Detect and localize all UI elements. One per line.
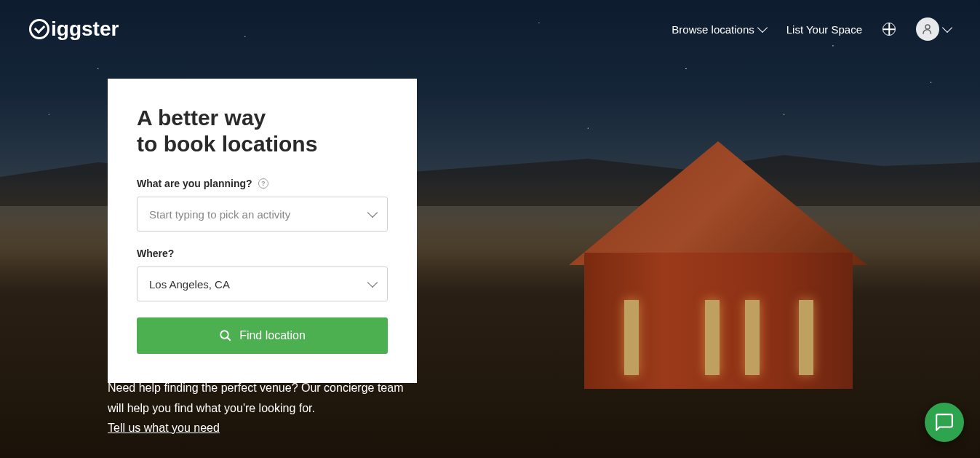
planning-label: What are you planning? ?	[137, 178, 388, 189]
where-label: Where?	[137, 248, 388, 259]
user-icon	[921, 23, 934, 36]
planning-field-group: What are you planning? ?	[137, 178, 388, 232]
planning-input[interactable]	[137, 197, 388, 232]
svg-point-0	[925, 25, 930, 29]
logo-text: iggster	[51, 17, 119, 41]
browse-locations-dropdown[interactable]: Browse locations	[672, 23, 765, 36]
language-selector[interactable]	[883, 23, 896, 36]
globe-icon	[883, 23, 896, 36]
concierge-line2: will help you find what you're looking f…	[108, 398, 403, 418]
chevron-down-icon	[757, 23, 768, 33]
logo-icon	[29, 19, 49, 39]
logo[interactable]: iggster	[29, 17, 119, 41]
tell-us-link[interactable]: Tell us what you need	[108, 418, 403, 438]
nav: Browse locations List Your Space	[672, 17, 951, 41]
user-menu[interactable]	[916, 17, 951, 41]
chat-button[interactable]	[925, 403, 964, 442]
find-button-label: Find location	[239, 329, 306, 342]
avatar	[916, 17, 939, 41]
concierge-line1: Need help finding the perfect venue? Our…	[108, 378, 403, 398]
find-location-button[interactable]: Find location	[137, 317, 388, 354]
where-field-group: Where?	[137, 248, 388, 301]
help-icon[interactable]: ?	[258, 178, 268, 189]
hero-barn-image	[569, 141, 867, 389]
hero-title: A better way to book locations	[137, 105, 388, 157]
svg-line-2	[227, 337, 231, 341]
search-icon	[219, 329, 232, 342]
header: iggster Browse locations List Your Space	[0, 0, 980, 58]
svg-point-1	[220, 331, 228, 339]
chat-icon	[935, 413, 954, 432]
search-card: A better way to book locations What are …	[108, 79, 417, 383]
chevron-down-icon	[942, 23, 952, 33]
where-input[interactable]	[137, 266, 388, 301]
browse-label: Browse locations	[672, 23, 754, 36]
concierge-text: Need help finding the perfect venue? Our…	[108, 378, 403, 438]
list-your-space-link[interactable]: List Your Space	[786, 23, 862, 36]
